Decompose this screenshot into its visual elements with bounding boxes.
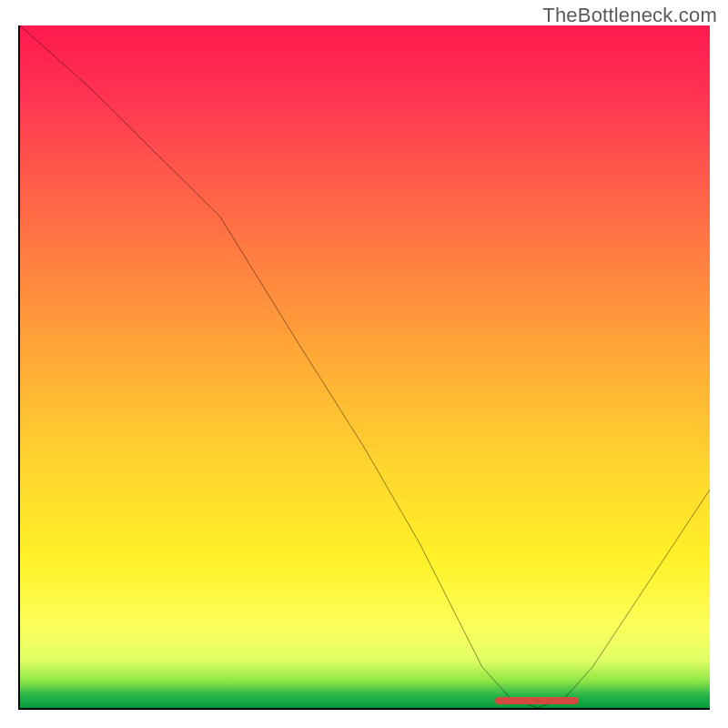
bottleneck-curve (20, 25, 710, 708)
watermark-text: TheBottleneck.com (542, 4, 717, 27)
chart-area (18, 25, 710, 710)
x-axis (18, 708, 710, 710)
optimal-range-marker (495, 697, 578, 704)
